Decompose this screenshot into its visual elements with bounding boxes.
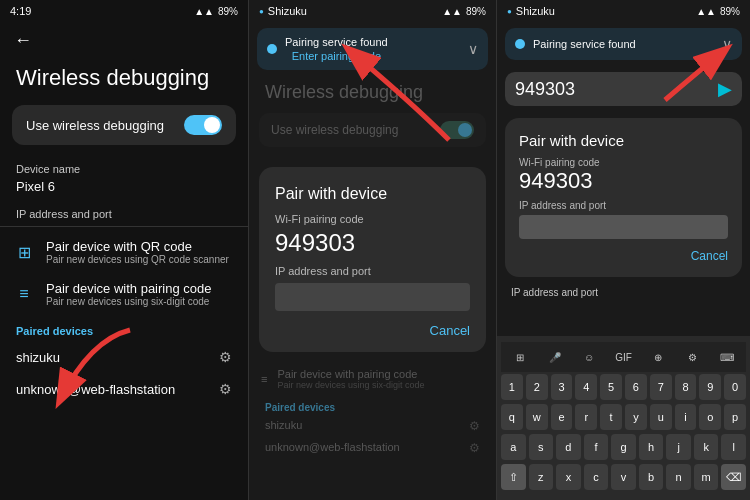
key-1[interactable]: 1 [501,374,523,400]
page-title: Wireless debugging [0,59,248,105]
status-dot-2: ● [259,7,264,16]
key-l[interactable]: l [721,434,746,460]
key-u[interactable]: u [650,404,672,430]
key-b[interactable]: b [639,464,664,490]
key-a[interactable]: a [501,434,526,460]
keyboard-toolbar: ⊞ 🎤 ☺ GIF ⊕ ⚙ ⌨ [501,342,746,372]
wifi-icon-1: ▲▲ [194,6,214,17]
dialog-ip-label: IP address and port [275,265,470,277]
key-6[interactable]: 6 [625,374,647,400]
notif-bar-left: Pairing service found Enter pairing code [267,36,388,62]
key-v[interactable]: v [611,464,636,490]
keyboard-row-zxcv: ⇧ z x c v b n m ⌫ [501,464,746,490]
status-icons-3: ▲▲ 89% [696,6,740,17]
pair-qr-sub: Pair new devices using QR code scanner [46,254,229,265]
backspace-key[interactable]: ⌫ [721,464,746,490]
key-2[interactable]: 2 [526,374,548,400]
notif-link[interactable]: Enter pairing code [285,50,388,62]
pair-code-text: Pair device with pairing code Pair new d… [46,281,211,307]
toolbar-grid-icon[interactable]: ⊞ [505,346,535,368]
key-7[interactable]: 7 [650,374,672,400]
notif-dot [267,44,277,54]
panel-wireless-debug: 4:19 ▲▲ 89% ← Wireless debugging Use wir… [0,0,248,500]
toggle-switch[interactable] [184,115,222,135]
dialog-title-2: Pair with device [275,185,470,203]
shift-key[interactable]: ⇧ [501,464,526,490]
notif-chevron-icon[interactable]: ∨ [468,41,478,57]
toolbar-plus-icon[interactable]: ⊕ [643,346,673,368]
notif-bar-3[interactable]: Pairing service found ∨ [505,28,742,60]
pair-qr-item[interactable]: ⊞ Pair device with QR code Pair new devi… [0,231,248,273]
key-j[interactable]: j [666,434,691,460]
bg-gear-shizuku-2: ⚙ [469,419,480,433]
toolbar-settings-icon[interactable]: ⚙ [677,346,707,368]
pair-dialog-ip-label: IP address and port [519,200,728,211]
key-5[interactable]: 5 [600,374,622,400]
notif-chevron-3-icon[interactable]: ∨ [722,36,732,52]
key-m[interactable]: m [694,464,719,490]
gear-icon-shizuku[interactable]: ⚙ [219,349,232,365]
key-9[interactable]: 9 [699,374,721,400]
bg-toggle-2 [440,121,474,139]
dialog-code: 949303 [275,229,470,257]
bg-shizuku-2: shizuku [265,419,302,433]
key-d[interactable]: d [556,434,581,460]
key-r[interactable]: r [575,404,597,430]
key-f[interactable]: f [584,434,609,460]
bg-pair-code-2: Pair device with pairing code [277,368,424,380]
dialog-actions: Cancel [275,323,470,338]
back-button[interactable]: ← [0,22,248,59]
dialog-wifi-label: Wi-Fi pairing code [275,213,470,225]
key-c[interactable]: c [584,464,609,490]
key-e[interactable]: e [551,404,573,430]
cancel-button-2[interactable]: Cancel [430,323,470,338]
paired-shizuku: shizuku ⚙ [0,341,248,373]
bg-paired-shizuku-2: shizuku ⚙ [249,415,496,437]
key-t[interactable]: t [600,404,622,430]
cancel-button-3[interactable]: Cancel [691,249,728,263]
key-0[interactable]: 0 [724,374,746,400]
key-n[interactable]: n [666,464,691,490]
qr-icon: ⊞ [14,243,34,262]
key-4[interactable]: 4 [575,374,597,400]
status-icons-2: ▲▲ 89% [442,6,486,17]
notif-bar-2[interactable]: Pairing service found Enter pairing code… [257,28,488,70]
bg-webflash-2: unknown@web-flashstation [265,441,400,455]
app-name-2: Shizuku [268,5,442,17]
gear-icon-webflash[interactable]: ⚙ [219,381,232,397]
key-z[interactable]: z [529,464,554,490]
key-3[interactable]: 3 [551,374,573,400]
keyboard-row-qwerty: q w e r t y u i o p [501,404,746,430]
toolbar-keyboard-icon[interactable]: ⌨ [712,346,742,368]
key-y[interactable]: y [625,404,647,430]
key-o[interactable]: o [699,404,721,430]
toolbar-mic-icon[interactable]: 🎤 [540,346,570,368]
key-k[interactable]: k [694,434,719,460]
code-icon: ≡ [14,285,34,303]
battery-icon-3: 89% [720,6,740,17]
pair-code-item[interactable]: ≡ Pair device with pairing code Pair new… [0,273,248,315]
key-q[interactable]: q [501,404,523,430]
key-x[interactable]: x [556,464,581,490]
toolbar-gif-button[interactable]: GIF [608,346,638,368]
key-8[interactable]: 8 [675,374,697,400]
toolbar-emoji-icon[interactable]: ☺ [574,346,604,368]
key-s[interactable]: s [529,434,554,460]
device-name-value: Pixel 6 [0,177,248,204]
key-p[interactable]: p [724,404,746,430]
paired-webflash: unknown@web-flashstation ⚙ [0,373,248,405]
bg-gear-webflash-2: ⚙ [469,441,480,455]
wireless-debug-toggle-row[interactable]: Use wireless debugging [12,105,236,145]
bg-paired-webflash-2: unknown@web-flashstation ⚙ [249,437,496,459]
pair-dialog-title-3: Pair with device [519,132,728,149]
pair-dialog-3: Pair with device Wi-Fi pairing code 9493… [505,118,742,277]
key-h[interactable]: h [639,434,664,460]
key-w[interactable]: w [526,404,548,430]
key-g[interactable]: g [611,434,636,460]
pair-code-title: Pair device with pairing code [46,281,211,296]
pairing-code-input-row[interactable]: 949303 ▶ [505,72,742,106]
key-i[interactable]: i [675,404,697,430]
input-value[interactable]: 949303 [515,79,718,100]
send-button[interactable]: ▶ [718,78,732,100]
wifi-icon-2: ▲▲ [442,6,462,17]
